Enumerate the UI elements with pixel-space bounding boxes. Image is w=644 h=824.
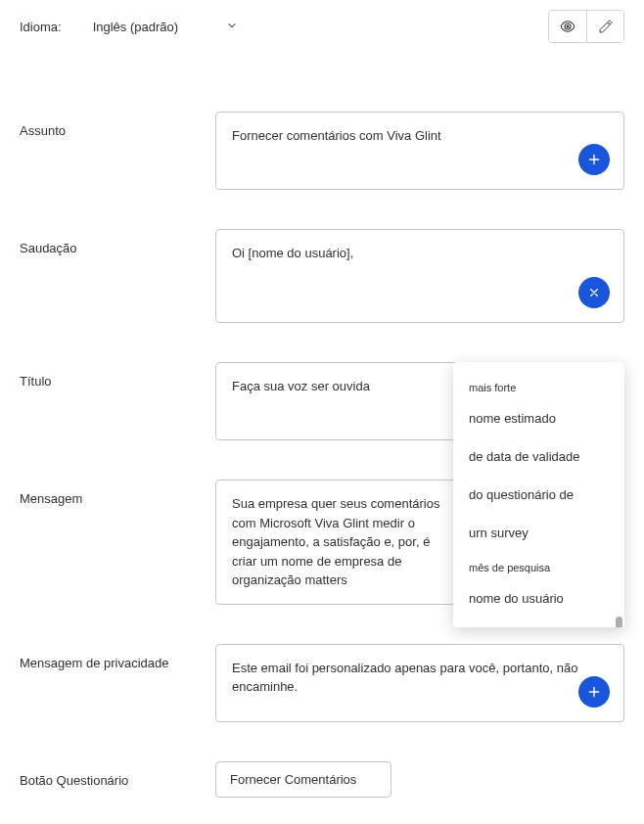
- close-icon: [587, 286, 601, 299]
- privacy-label: Mensagem de privacidade: [20, 644, 215, 670]
- subject-label: Assunto: [20, 112, 215, 138]
- svg-point-0: [567, 25, 570, 28]
- greeting-label: Saudação: [20, 229, 215, 255]
- greeting-input[interactable]: Oi [nome do usuário],: [215, 229, 624, 323]
- survey-button-label: Botão Questionário: [20, 761, 215, 788]
- survey-button-row: Botão Questionário Fornecer Comentários: [20, 761, 624, 799]
- edit-button[interactable]: [586, 11, 623, 42]
- dropdown-item[interactable]: do questionário de: [453, 476, 624, 514]
- plus-icon: [586, 152, 602, 167]
- preview-button[interactable]: [549, 11, 586, 42]
- privacy-value: Este email foi personalizado apenas para…: [232, 661, 577, 695]
- dropdown-item[interactable]: nome estimado: [453, 399, 624, 437]
- message-label: Mensagem: [20, 480, 215, 506]
- language-label: Idioma:: [20, 20, 62, 34]
- subject-input[interactable]: Fornecer comentários com Viva Glint: [215, 112, 624, 190]
- survey-button-value: Fornecer Comentários: [230, 772, 356, 787]
- title-label: Título: [20, 362, 215, 389]
- greeting-value: Oi [nome do usuário],: [232, 246, 353, 260]
- close-button[interactable]: [578, 277, 610, 308]
- privacy-input[interactable]: Este email foi personalizado apenas para…: [215, 644, 624, 722]
- language-select[interactable]: Inglês (padrão): [93, 20, 237, 34]
- chevron-down-icon: [227, 21, 237, 32]
- language-row: Idioma: Inglês (padrão): [20, 20, 237, 34]
- subject-value: Fornecer comentários com Viva Glint: [232, 128, 441, 143]
- dropdown-item[interactable]: nome do usuário: [453, 579, 624, 618]
- title-value: Faça sua voz ser ouvida: [232, 379, 370, 393]
- survey-button-input[interactable]: Fornecer Comentários: [215, 761, 391, 799]
- message-value: Sua empresa quer seus comentários com Mi…: [232, 496, 439, 587]
- token-dropdown: mais forte nome estimado de data de vali…: [453, 362, 624, 627]
- top-bar: Idioma: Inglês (padrão): [20, 10, 624, 43]
- dropdown-item[interactable]: mês de pesquisa: [453, 552, 624, 579]
- dropdown-item[interactable]: mais forte: [453, 372, 624, 399]
- mode-toggle: [548, 10, 624, 43]
- plus-icon: [586, 684, 602, 700]
- subject-row: Assunto Fornecer comentários com Viva Gl…: [20, 112, 624, 190]
- privacy-row: Mensagem de privacidade Este email foi p…: [20, 644, 624, 722]
- pencil-icon: [598, 19, 614, 34]
- greeting-row: Saudação Oi [nome do usuário],: [20, 229, 624, 323]
- add-button[interactable]: [578, 676, 610, 708]
- dropdown-item[interactable]: urn survey: [453, 514, 624, 552]
- dropdown-item[interactable]: de data de validade: [453, 437, 624, 476]
- scrollbar-thumb[interactable]: [616, 617, 622, 627]
- language-value: Inglês (padrão): [93, 20, 178, 34]
- add-button[interactable]: [578, 144, 610, 175]
- eye-icon: [559, 18, 576, 35]
